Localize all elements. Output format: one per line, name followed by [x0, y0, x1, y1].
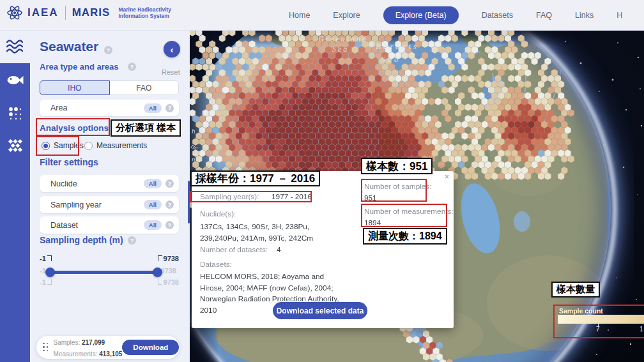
datasets-count-value: 4 — [277, 245, 281, 254]
area-section-heading: Area type and areas — [40, 62, 119, 72]
collapse-panel-button[interactable]: ‹ — [164, 41, 180, 57]
svg-text:Sea: Sea — [332, 45, 349, 54]
help-icon[interactable]: ? — [128, 236, 136, 245]
sea-label-fragment: h — [192, 127, 195, 135]
annotation-legend-cn: 樣本數量 — [551, 282, 600, 298]
tab-fao[interactable]: FAO — [110, 80, 180, 95]
dataset-dropdown[interactable]: Dataset All ? — [40, 216, 179, 234]
nav-item-home[interactable]: Home — [289, 11, 310, 20]
depth-max-label: 9738 — [157, 255, 179, 262]
page-title: Seawater — [40, 39, 98, 54]
download-button[interactable]: Download — [122, 340, 179, 355]
filter-panel: Seawater ? ‹ Area type and areas ? Reset… — [30, 30, 190, 362]
top-navbar: IAEA MARIS Marine Radioactivity Informat… — [0, 0, 644, 31]
measurements-count-label: Number of measurements: — [364, 207, 454, 216]
close-icon[interactable]: × — [445, 172, 449, 181]
download-selected-data-button[interactable]: Download selected data — [273, 302, 367, 319]
all-badge: All — [144, 103, 162, 113]
sidebar-item-suspended-matter[interactable] — [0, 96, 30, 130]
depth-max-label-gray: 9738 — [157, 278, 179, 286]
iaea-logo-icon — [6, 4, 23, 21]
annotation-measurements-cn: 測量次數：1894 — [363, 228, 447, 245]
all-badge: All — [144, 179, 162, 188]
nav-item-explore[interactable]: Explore — [333, 11, 360, 20]
brand-divider — [65, 6, 66, 20]
nav-item-datasets[interactable]: Datasets — [482, 11, 513, 20]
totals-text: Samples: 217,099 Measurements: 413,105 — [54, 336, 123, 359]
drag-handle-icon[interactable] — [43, 343, 49, 352]
legend-tick-label: 1 — [640, 326, 643, 333]
nav-item-links[interactable]: Links — [575, 11, 594, 20]
help-icon[interactable]: ? — [165, 221, 174, 229]
sidebar-item-seawater[interactable] — [0, 30, 30, 63]
app-screen: Greenland Sea Barents Sea h tic n IAEA M… — [0, 0, 644, 362]
all-badge: All — [144, 200, 162, 209]
sampling-year-dropdown[interactable]: Sampling year All ? — [40, 196, 179, 213]
org-name: IAEA — [27, 6, 59, 19]
nuclides-label: Nuclide(s): — [200, 209, 236, 218]
radio-icon[interactable] — [84, 142, 93, 150]
legend-title: Sample count — [559, 307, 603, 315]
slider-handle-min[interactable] — [45, 268, 55, 277]
sampling-year-label: Sampling year(s): — [200, 192, 259, 201]
panel-scrollbar[interactable] — [188, 181, 190, 223]
app-tagline: Marine Radioactivity Information System — [118, 6, 171, 19]
filter-settings-heading: Filter settings — [40, 157, 98, 167]
dots-icon — [8, 106, 22, 121]
datasets-label: Datasets: — [200, 260, 232, 269]
area-dropdown[interactable]: Area All ? — [40, 100, 179, 116]
nav-item-explore-beta[interactable]: Explore (Beta) — [383, 6, 459, 24]
depth-range-slider: -1 9738 -1 9738 -1 9738 — [40, 253, 179, 292]
sea-label-fragment: n — [192, 155, 195, 163]
annotation-analysis-cn: 分析選項 樣本 — [111, 119, 181, 137]
app-name: MARIS — [72, 6, 111, 19]
nav-item-faq[interactable]: FAQ — [536, 11, 552, 20]
help-icon[interactable]: ? — [128, 63, 136, 71]
fish-icon — [6, 74, 24, 86]
help-icon[interactable]: ? — [165, 200, 174, 209]
measurements-count-value: 1894 — [364, 218, 381, 227]
totals-bar: Samples: 217,099 Measurements: 413,105 D… — [36, 336, 180, 359]
legend-gradient-bar — [558, 315, 644, 324]
datasets-count-label: Number of datasets: — [200, 245, 268, 254]
slider-handle-max[interactable] — [153, 268, 162, 277]
waves-icon — [6, 39, 25, 54]
depth-min-label: -1 — [40, 255, 53, 262]
annotation-samples-cn: 樣本數：951 — [361, 158, 433, 174]
svg-text:Sea: Sea — [381, 54, 401, 64]
radio-measurements[interactable]: Measurements — [84, 141, 147, 150]
depth-min-label-gray: -1 — [40, 278, 53, 286]
sea-label-barents: Barents — [376, 41, 419, 51]
sample-type-sidebar — [0, 30, 30, 362]
samples-count-value: 951 — [364, 193, 377, 202]
sidebar-item-sediment[interactable] — [0, 130, 30, 163]
radio-samples[interactable]: Samples — [42, 141, 84, 150]
nuclides-value: 137Cs, 134Cs, 90Sr, 3H, 238Pu, 239,240Pu… — [200, 222, 335, 244]
all-badge: All — [144, 220, 162, 230]
nav-item-partial[interactable]: H — [617, 11, 622, 20]
help-icon[interactable]: ? — [104, 46, 112, 54]
nuclide-dropdown[interactable]: Nuclide All ? — [40, 175, 179, 192]
sidebar-item-biota[interactable] — [0, 63, 30, 96]
annotation-year-cn: 採樣年份：1977 － 2016 — [190, 170, 320, 186]
tab-iho[interactable]: IHO — [40, 80, 110, 95]
area-type-toggle: IHO FAO — [40, 80, 179, 95]
sampling-depth-heading: Sampling depth (m) — [40, 235, 123, 245]
radio-icon[interactable] — [42, 142, 50, 150]
samples-count-label: Number of samples: — [364, 182, 432, 191]
help-icon[interactable]: ? — [165, 179, 174, 188]
sea-label-greenland: Greenland — [318, 34, 368, 43]
legend-tick-label: 7 — [596, 326, 600, 333]
sediment-icon — [7, 138, 24, 155]
brand[interactable]: IAEA MARIS Marine Radioactivity Informat… — [6, 4, 171, 21]
reset-button[interactable]: Reset — [162, 68, 180, 76]
sampling-year-value: 1977 - 2016 — [261, 192, 312, 201]
main-nav: Home Explore Explore (Beta) Datasets FAQ… — [289, 0, 622, 30]
slider-track[interactable] — [50, 271, 160, 274]
analysis-options-heading: Analysis options — [40, 123, 109, 133]
selection-info-popup: × Sampling year(s): 1977 - 2016 Nuclide(… — [192, 171, 454, 328]
help-icon[interactable]: ? — [165, 104, 174, 112]
